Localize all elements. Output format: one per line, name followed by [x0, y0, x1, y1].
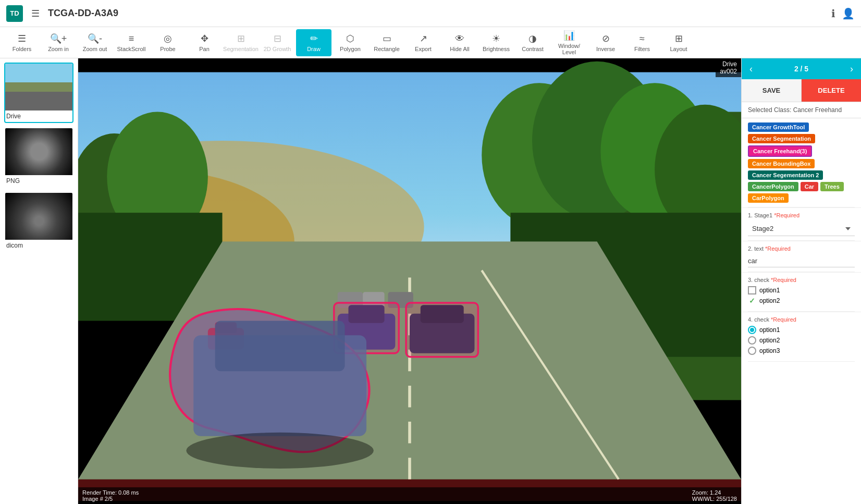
- form-section-check1: 3. check *Requiredoption1✓option2: [742, 272, 861, 311]
- image-number: Image # 2/5: [82, 496, 139, 502]
- ww-wl: WW/WL: 255/128: [692, 496, 737, 502]
- tool-pan[interactable]: ✥Pan: [187, 29, 222, 56]
- class-row: CarPolygon: [748, 193, 855, 203]
- radio-unselected: [748, 347, 756, 355]
- form-section-check2: 4. check *Requiredoption1option2option3: [742, 312, 861, 361]
- tool-zoom-in[interactable]: 🔍+Zoom in: [41, 29, 76, 56]
- 2d-growth-icon: ⊟: [274, 33, 281, 44]
- viewer-container[interactable]: Drive av002: [78, 58, 741, 504]
- radio-dot: [750, 328, 754, 332]
- info-button[interactable]: ℹ: [831, 7, 835, 20]
- viewer-top-bar: Drive av002: [716, 58, 741, 77]
- header: TD ☰ TCGA-DD-A3A9 ℹ 👤: [0, 0, 861, 27]
- class-tag-cancer-bounding-box[interactable]: Cancer BoundingBox: [748, 159, 815, 168]
- viewer-series-label: av002: [720, 68, 737, 75]
- tool-polygon[interactable]: ⬡Polygon: [333, 29, 368, 56]
- checkbox-item-option2[interactable]: ✓option2: [748, 297, 855, 305]
- inverse-icon: ⊘: [602, 33, 610, 44]
- class-tag-cancer-growth-tool[interactable]: Cancer GrowthTool: [748, 122, 809, 132]
- tool-export[interactable]: ↗Export: [405, 29, 441, 56]
- tool-probe[interactable]: ◎Probe: [150, 29, 186, 56]
- tool-label: Polygon: [340, 46, 361, 52]
- tool-2d-growth: ⊟2D Growth: [260, 29, 295, 56]
- class-tag-car-polygon[interactable]: CarPolygon: [748, 193, 789, 203]
- selected-class-label: Selected Class: Cancer Freehand: [742, 102, 861, 118]
- pan-icon: ✥: [201, 33, 208, 44]
- save-button[interactable]: SAVE: [742, 79, 802, 102]
- checkbox-item-option1[interactable]: option1: [748, 286, 855, 294]
- tool-label: Probe: [160, 46, 175, 52]
- menu-icon[interactable]: ☰: [31, 8, 40, 19]
- tool-zoom-out[interactable]: 🔍-Zoom out: [77, 29, 113, 56]
- tool-rectangle[interactable]: ▭Rectangle: [369, 29, 404, 56]
- stack-scroll-icon: ≡: [129, 33, 134, 44]
- class-row: Cancer Freehand(3): [748, 145, 855, 157]
- contrast-icon: ◑: [528, 33, 537, 44]
- delete-button[interactable]: DELETE: [802, 79, 861, 102]
- right-panel-actions: SAVE DELETE: [742, 79, 861, 102]
- sidebar-label-png: PNG: [5, 175, 72, 187]
- toolbar: ☰Folders🔍+Zoom in🔍-Zoom out≡StackScroll◎…: [0, 27, 861, 58]
- tool-hide-all[interactable]: 👁Hide All: [442, 29, 477, 56]
- class-tag-cancer-segmentation-2[interactable]: Cancer Segementation 2: [748, 170, 823, 180]
- folders-icon: ☰: [18, 33, 26, 44]
- tool-window-level[interactable]: 📊Window/ Level: [551, 29, 587, 56]
- class-tag-cancer-segmentation[interactable]: Cancer Segmentation: [748, 134, 815, 143]
- radio-label: option3: [759, 347, 780, 354]
- radio-label: option1: [759, 326, 780, 334]
- sidebar-thumb-png: [5, 128, 73, 175]
- input-text[interactable]: [748, 255, 855, 267]
- tool-brightness[interactable]: ☀Brightness: [478, 29, 514, 56]
- sidebar-item-png[interactable]: PNG: [4, 127, 73, 188]
- tool-label: Brightness: [483, 46, 510, 52]
- class-tag-car[interactable]: Car: [801, 182, 818, 191]
- radio-item-option2[interactable]: option2: [748, 336, 855, 345]
- tool-draw[interactable]: ✏Draw: [296, 29, 331, 56]
- sidebar-item-drive[interactable]: Drive: [4, 63, 73, 123]
- class-tag-cancer-polygon[interactable]: CancerPolygon: [748, 182, 798, 191]
- tool-label: Layout: [670, 46, 687, 52]
- probe-icon: ◎: [164, 33, 172, 44]
- svg-rect-28: [406, 303, 478, 357]
- tool-label: Inverse: [596, 46, 615, 52]
- main-layout: DrivePNGdicom Drive av002: [0, 58, 861, 504]
- next-button[interactable]: ›: [842, 58, 861, 79]
- tool-layout[interactable]: ⊞Layout: [661, 29, 696, 56]
- road-scene: [78, 58, 741, 504]
- sidebar-thumb-drive: [5, 64, 73, 110]
- tool-label: Segmentation: [223, 46, 259, 52]
- radio-label: option2: [759, 337, 780, 344]
- radio-unselected: [748, 336, 756, 345]
- form-label-check2: 4. check *Required: [748, 316, 855, 323]
- tool-inverse[interactable]: ⊘Inverse: [588, 29, 623, 56]
- tool-label: Folders: [13, 46, 32, 52]
- radio-item-option1[interactable]: option1: [748, 326, 855, 334]
- prev-button[interactable]: ‹: [742, 58, 760, 79]
- tool-filters[interactable]: ≈Filters: [624, 29, 660, 56]
- radio-item-option3[interactable]: option3: [748, 347, 855, 355]
- rectangle-icon: ▭: [383, 33, 391, 44]
- tool-contrast[interactable]: ◑Contrast: [515, 29, 550, 56]
- checkbox-label: option2: [759, 297, 780, 304]
- class-tag-trees[interactable]: Trees: [820, 182, 844, 191]
- select-stage1[interactable]: Stage1Stage2Stage3Stage4: [748, 222, 855, 236]
- right-panel-scroll: Cancer GrowthToolCancer SegmentationCanc…: [742, 118, 861, 504]
- filters-icon: ≈: [639, 33, 645, 44]
- zoom-info: Zoom: 1.24 WW/WL: 255/128: [692, 489, 737, 502]
- class-tag-cancer-freehand[interactable]: Cancer Freehand(3): [748, 145, 812, 157]
- sidebar-label-dicom: dicom: [5, 240, 72, 251]
- sidebar-item-dicom[interactable]: dicom: [4, 192, 73, 252]
- sidebar-thumb-dicom: [5, 193, 73, 240]
- class-row: Cancer Segmentation: [748, 134, 855, 143]
- right-panel: ‹ 2 / 5 › SAVE DELETE Selected Class: Ca…: [741, 58, 861, 504]
- checkbox-label: option1: [759, 287, 780, 294]
- draw-icon: ✏: [310, 33, 318, 44]
- class-row: Cancer GrowthTool: [748, 122, 855, 132]
- tool-label: Pan: [199, 46, 210, 52]
- tool-label: Hide All: [450, 46, 469, 52]
- tool-stack-scroll[interactable]: ≡StackScroll: [114, 29, 149, 56]
- user-button[interactable]: 👤: [842, 7, 855, 20]
- checkbox-checked: ✓: [748, 297, 756, 305]
- tool-folders[interactable]: ☰Folders: [4, 29, 40, 56]
- section-divider: [748, 361, 855, 362]
